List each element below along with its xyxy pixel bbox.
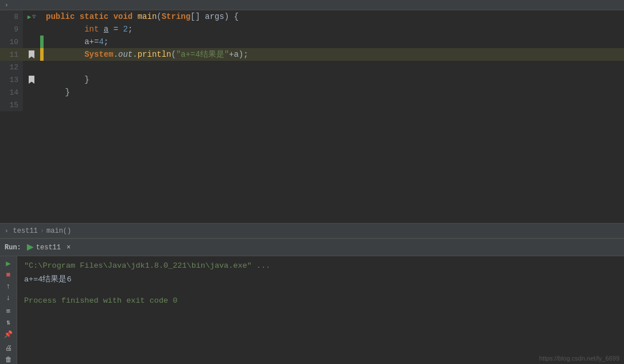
line-gutter-15 <box>23 99 40 111</box>
run-panel-header: Run: test11 × <box>0 239 624 256</box>
output-line-result: a+=4结果是6 <box>24 273 617 286</box>
code-lines: 8 ▶ ▽ public static void main(String[] a… <box>0 10 624 223</box>
run-sort-button[interactable]: ⇌ <box>4 317 13 328</box>
run-icon-8[interactable]: ▶ <box>28 13 32 21</box>
run-pin-button[interactable]: 📌 <box>3 330 14 339</box>
run-panel: Run: test11 × ▶ ■ ↑ ↓ ≡ ⇌ 📌 🖨 🗑 "C:\Prog… <box>0 238 624 364</box>
fold-icon-8[interactable]: ▽ <box>32 13 36 20</box>
output-process-text: Process finished with exit code 0 <box>24 296 177 305</box>
line-gutter-14 <box>23 86 40 99</box>
line-number-9: 9 <box>0 23 23 36</box>
breadcrumb-method: main() <box>46 227 71 235</box>
line-gutter-8[interactable]: ▶ ▽ <box>23 10 40 23</box>
top-stub-bar: › <box>0 0 624 10</box>
run-output: "C:\Program Files\Java\jdk1.8.0_221\bin\… <box>17 256 624 364</box>
run-tab-close[interactable]: × <box>67 244 71 252</box>
table-row: 12 <box>0 61 624 73</box>
watermark: https://blog.csdn.net/ly_6699 <box>539 355 619 362</box>
line-content-11: System.out.println("a+=4结果是"+a); <box>44 48 624 61</box>
output-cmd-text: "C:\Program Files\Java\jdk1.8.0_221\bin\… <box>24 261 270 270</box>
code-container: 8 ▶ ▽ public static void main(String[] a… <box>0 10 624 223</box>
output-line-empty <box>24 285 617 295</box>
output-result-text: a+=4结果是6 <box>24 275 72 284</box>
table-row: 11 System.out.println("a+=4结果是"+a); <box>0 48 624 61</box>
line-gutter-9 <box>23 23 40 36</box>
fold-icon-13[interactable] <box>29 76 34 84</box>
run-label: Run: <box>5 244 21 252</box>
line-number-14: 14 <box>0 86 23 99</box>
line-content-15 <box>44 99 624 111</box>
line-number-15: 15 <box>0 99 23 111</box>
run-up-button[interactable]: ↑ <box>3 282 14 291</box>
breadcrumb-bar: › test11 › main() <box>0 223 624 238</box>
line-content-14: } <box>44 86 624 99</box>
line-gutter-11 <box>23 48 40 61</box>
line-number-8: 8 <box>0 10 23 23</box>
line-content-13: } <box>44 73 624 86</box>
line-content-12 <box>44 61 624 73</box>
line-number-12: 12 <box>0 61 23 73</box>
run-down-button[interactable]: ↓ <box>3 293 14 303</box>
table-row: 14 } <box>0 86 624 99</box>
run-tab[interactable]: test11 × <box>24 244 74 252</box>
run-tab-label: test11 <box>36 244 61 252</box>
line-number-11: 11 <box>0 48 23 61</box>
table-row: 8 ▶ ▽ public static void main(String[] a… <box>0 10 624 23</box>
line-number-10: 10 <box>0 36 23 48</box>
line-content-8: public static void main(String[] args) { <box>44 10 624 23</box>
expand-icon[interactable]: › <box>5 2 9 9</box>
output-line-cmd: "C:\Program Files\Java\jdk1.8.0_221\bin\… <box>24 260 617 272</box>
table-row: 13 } <box>0 73 624 86</box>
run-panel-body: ▶ ■ ↑ ↓ ≡ ⇌ 📌 🖨 🗑 "C:\Program Files\Java… <box>0 256 624 364</box>
run-controls-sidebar: ▶ ■ ↑ ↓ ≡ ⇌ 📌 🖨 🗑 <box>0 256 17 364</box>
line-gutter-10 <box>23 36 40 48</box>
table-row: 10 a+=4; <box>0 36 624 48</box>
table-row: 9 int a = 2; <box>0 23 624 36</box>
line-content-9: int a = 2; <box>44 23 624 36</box>
breadcrumb-separator: › <box>40 227 44 235</box>
run-play-button[interactable]: ▶ <box>3 259 14 268</box>
bookmark-icon-11 <box>29 50 34 58</box>
run-print-button[interactable]: 🖨 <box>3 343 14 353</box>
breadcrumb-file: test11 <box>13 227 38 235</box>
output-line-process: Process finished with exit code 0 <box>24 295 617 307</box>
run-tab-icon <box>27 244 34 251</box>
line-gutter-12 <box>23 61 40 73</box>
line-gutter-13[interactable] <box>23 73 40 86</box>
line-content-10: a+=4; <box>44 36 624 48</box>
run-trash-button[interactable]: 🗑 <box>3 355 14 364</box>
run-stop-button[interactable]: ■ <box>3 271 14 280</box>
expand-breadcrumb-icon[interactable]: › <box>5 228 9 234</box>
run-lines-button[interactable]: ≡ <box>3 307 14 316</box>
table-row: 15 <box>0 99 624 111</box>
editor-area: › 8 ▶ ▽ public static void main(String[]… <box>0 0 624 238</box>
line-number-13: 13 <box>0 73 23 86</box>
